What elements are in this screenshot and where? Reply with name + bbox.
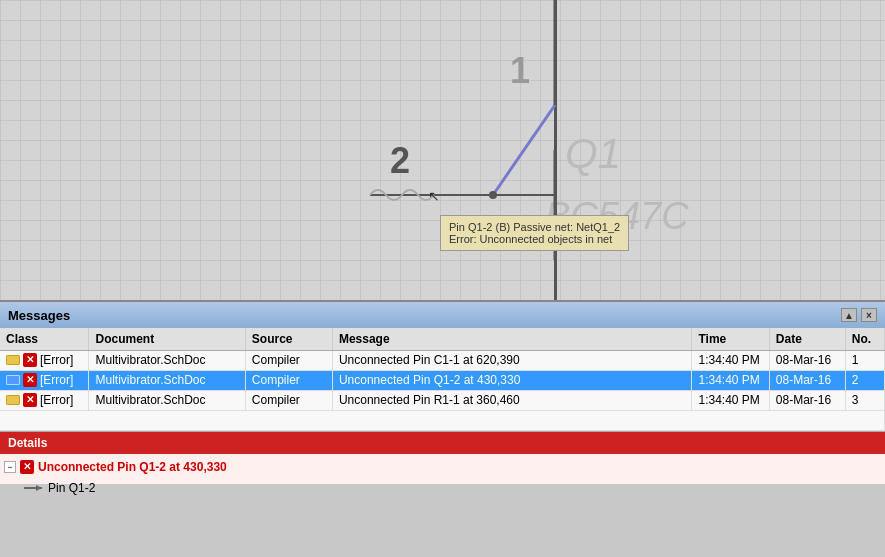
svg-line-0: [493, 105, 555, 195]
row1-date: 08-Mar-16: [769, 350, 845, 370]
row3-date: 08-Mar-16: [769, 390, 845, 410]
col-header-document: Document: [89, 328, 245, 350]
expand-button[interactable]: −: [4, 461, 16, 473]
folder-icon: [6, 375, 20, 385]
detail-error-text: Unconnected Pin Q1-2 at 430,330: [38, 460, 227, 474]
row2-error-badge: ✕ [Error]: [6, 373, 73, 387]
row3-error-badge: ✕ [Error]: [6, 393, 73, 407]
row1-time: 1:34:40 PM: [692, 350, 769, 370]
row2-class-label: [Error]: [40, 373, 73, 387]
tooltip-line1: Pin Q1-2 (B) Passive net: NetQ1_2: [449, 221, 620, 233]
schematic-canvas: 1 2 Q1 BC547C Pin Q1-2 (B) Passive net: …: [0, 0, 885, 300]
folder-icon: [6, 355, 20, 365]
row2-no: 2: [845, 370, 884, 390]
table-row[interactable]: ✕ [Error] Multivibrator.SchDoc Compiler …: [0, 390, 885, 410]
row3-class-label: [Error]: [40, 393, 73, 407]
row2-time: 1:34:40 PM: [692, 370, 769, 390]
row2-date: 08-Mar-16: [769, 370, 845, 390]
col-header-no: No.: [845, 328, 884, 350]
row3-time: 1:34:40 PM: [692, 390, 769, 410]
svg-marker-6: [36, 485, 42, 491]
pin-symbol-icon: [24, 482, 44, 494]
row1-source: Compiler: [245, 350, 332, 370]
detail-pin-label: Pin Q1-2: [48, 481, 95, 495]
col-header-class: Class: [0, 328, 89, 350]
messages-panel-header: Messages ▲ ×: [0, 302, 885, 328]
pin-tooltip: Pin Q1-2 (B) Passive net: NetQ1_2 Error:…: [440, 215, 629, 251]
row2-message: Unconnected Pin Q1-2 at 430,330: [332, 370, 692, 390]
row1-error-badge: ✕ [Error]: [6, 353, 73, 367]
cursor-indicator: ↖: [428, 188, 440, 204]
col-header-time: Time: [692, 328, 769, 350]
col-header-date: Date: [769, 328, 845, 350]
svg-point-4: [489, 191, 497, 199]
error-icon: ✕: [23, 373, 37, 387]
details-content: − ✕ Unconnected Pin Q1-2 at 430,330 Pin …: [0, 454, 885, 484]
detail-row-2: Pin Q1-2: [4, 478, 881, 498]
messages-float-button[interactable]: ▲: [841, 308, 857, 322]
details-panel: Details − ✕ Unconnected Pin Q1-2 at 430,…: [0, 431, 885, 484]
messages-title: Messages: [8, 308, 70, 323]
details-title: Details: [8, 436, 47, 450]
messages-controls: ▲ ×: [841, 308, 877, 322]
row1-no: 1: [845, 350, 884, 370]
tooltip-line2: Error: Unconnected objects in net: [449, 233, 620, 245]
row3-message: Unconnected Pin R1-1 at 360,460: [332, 390, 692, 410]
row3-source: Compiler: [245, 390, 332, 410]
detail-error-icon: ✕: [20, 460, 34, 474]
row1-class-label: [Error]: [40, 353, 73, 367]
messages-table: Class Document Source Message Time Date …: [0, 328, 885, 431]
row2-document: Multivibrator.SchDoc: [89, 370, 245, 390]
error-icon: ✕: [23, 393, 37, 407]
col-header-source: Source: [245, 328, 332, 350]
row3-no: 3: [845, 390, 884, 410]
table-row[interactable]: ✕ [Error] Multivibrator.SchDoc Compiler …: [0, 370, 885, 390]
row3-class: ✕ [Error]: [0, 390, 89, 410]
details-header: Details: [0, 432, 885, 454]
schematic-svg: [0, 0, 885, 300]
row1-message: Unconnected Pin C1-1 at 620,390: [332, 350, 692, 370]
error-icon: ✕: [23, 353, 37, 367]
row2-class: ✕ [Error]: [0, 370, 89, 390]
row2-source: Compiler: [245, 370, 332, 390]
empty-row: [0, 410, 885, 430]
messages-panel: Messages ▲ × Class Document Source Messa…: [0, 300, 885, 431]
row1-document: Multivibrator.SchDoc: [89, 350, 245, 370]
table-row[interactable]: ✕ [Error] Multivibrator.SchDoc Compiler …: [0, 350, 885, 370]
detail-row-1: − ✕ Unconnected Pin Q1-2 at 430,330: [4, 456, 881, 478]
folder-icon: [6, 395, 20, 405]
messages-close-button[interactable]: ×: [861, 308, 877, 322]
col-header-message: Message: [332, 328, 692, 350]
row1-class: ✕ [Error]: [0, 350, 89, 370]
row3-document: Multivibrator.SchDoc: [89, 390, 245, 410]
